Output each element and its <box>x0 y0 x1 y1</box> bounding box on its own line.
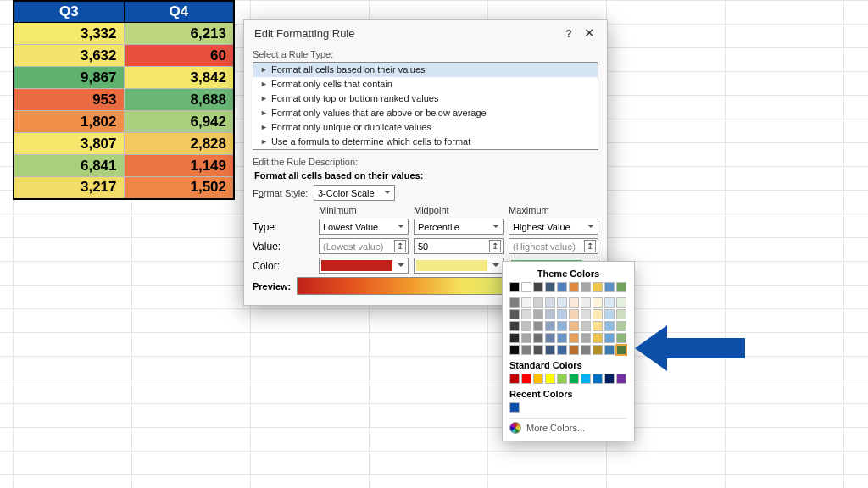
color-swatch[interactable] <box>569 309 579 319</box>
color-swatch[interactable] <box>581 374 591 384</box>
color-swatch[interactable] <box>569 297 579 308</box>
color-swatch[interactable] <box>569 345 579 355</box>
color-swatch[interactable] <box>581 321 591 331</box>
color-swatch[interactable] <box>616 297 626 308</box>
color-swatch[interactable] <box>521 309 531 319</box>
table-cell[interactable]: 3,842 <box>124 67 234 89</box>
rule-type-item[interactable]: ►Format only cells that contain <box>253 77 598 92</box>
color-swatch[interactable] <box>616 333 626 343</box>
color-swatch[interactable] <box>545 345 555 355</box>
color-swatch[interactable] <box>521 282 531 292</box>
color-swatch[interactable] <box>545 282 555 292</box>
color-swatch[interactable] <box>557 321 567 331</box>
color-swatch[interactable] <box>593 374 603 384</box>
color-swatch[interactable] <box>557 297 567 308</box>
color-swatch[interactable] <box>533 333 543 343</box>
color-swatch[interactable] <box>581 297 591 308</box>
color-swatch[interactable] <box>604 345 615 355</box>
color-swatch[interactable] <box>569 282 579 292</box>
color-swatch[interactable] <box>509 374 520 384</box>
color-swatch[interactable] <box>533 297 543 308</box>
type-select-max[interactable]: Highest Value <box>509 219 598 235</box>
color-swatch[interactable] <box>604 374 615 384</box>
table-cell[interactable]: 6,942 <box>124 111 234 133</box>
color-swatch[interactable] <box>593 333 603 343</box>
table-cell[interactable]: 1,149 <box>124 155 234 177</box>
color-swatch[interactable] <box>545 374 555 384</box>
color-swatch[interactable] <box>616 374 626 384</box>
color-swatch[interactable] <box>533 309 543 319</box>
rule-type-item[interactable]: ►Format only unique or duplicate values <box>253 120 598 135</box>
color-swatch[interactable] <box>557 282 567 292</box>
format-style-select[interactable]: 3-Color Scale <box>314 185 395 201</box>
color-swatch[interactable] <box>509 345 520 355</box>
color-swatch[interactable] <box>604 321 615 331</box>
table-cell[interactable]: 953 <box>14 89 124 111</box>
color-swatch[interactable] <box>593 282 603 292</box>
color-swatch[interactable] <box>545 309 555 319</box>
color-swatch[interactable] <box>581 309 591 319</box>
color-swatch[interactable] <box>533 374 543 384</box>
table-cell[interactable]: 8,688 <box>124 89 234 111</box>
table-cell[interactable]: 60 <box>124 45 234 67</box>
color-swatch[interactable] <box>616 345 626 355</box>
color-swatch[interactable] <box>604 282 615 292</box>
color-swatch[interactable] <box>593 321 603 331</box>
table-cell[interactable]: 1,502 <box>124 177 234 199</box>
type-select-min[interactable]: Lowest Value <box>319 219 409 235</box>
table-cell[interactable]: 1,802 <box>14 111 124 133</box>
color-swatch[interactable] <box>593 345 603 355</box>
color-swatch[interactable] <box>509 402 520 413</box>
value-input-max[interactable]: (Highest value)↥ <box>509 238 598 254</box>
color-swatch[interactable] <box>521 333 531 343</box>
table-cell[interactable]: 2,828 <box>124 133 234 155</box>
color-swatch[interactable] <box>604 309 615 319</box>
range-picker-icon[interactable]: ↥ <box>489 240 501 252</box>
color-swatch[interactable] <box>521 321 531 331</box>
table-cell[interactable]: 9,867 <box>14 67 124 89</box>
color-swatch[interactable] <box>509 321 520 331</box>
rule-type-item[interactable]: ►Use a formula to determine which cells … <box>253 135 598 149</box>
table-cell[interactable]: 3,807 <box>14 133 124 155</box>
close-button[interactable]: ✕ <box>579 25 600 41</box>
range-picker-icon[interactable]: ↥ <box>584 240 596 252</box>
color-swatch[interactable] <box>533 282 543 292</box>
color-swatch[interactable] <box>557 333 567 343</box>
rule-type-list[interactable]: ►Format all cells based on their values►… <box>253 62 598 150</box>
color-swatch[interactable] <box>521 345 531 355</box>
color-swatch[interactable] <box>557 374 567 384</box>
help-button[interactable]: ? <box>559 27 579 40</box>
color-swatch[interactable] <box>545 333 555 343</box>
color-swatch[interactable] <box>533 321 543 331</box>
color-swatch[interactable] <box>569 374 579 384</box>
color-swatch[interactable] <box>557 345 567 355</box>
color-swatch[interactable] <box>533 345 543 355</box>
value-input-min[interactable]: (Lowest value)↥ <box>319 238 409 254</box>
color-swatch[interactable] <box>545 297 555 308</box>
rule-type-item[interactable]: ►Format only top or bottom ranked values <box>253 92 598 106</box>
color-swatch[interactable] <box>593 309 603 319</box>
color-swatch[interactable] <box>569 321 579 331</box>
color-swatch[interactable] <box>581 333 591 343</box>
value-input-mid[interactable]: 50↥ <box>414 238 504 254</box>
color-swatch[interactable] <box>509 297 520 308</box>
color-swatch[interactable] <box>616 282 626 292</box>
color-swatch[interactable] <box>521 374 531 384</box>
table-cell[interactable]: 3,217 <box>14 177 124 199</box>
color-swatch[interactable] <box>521 297 531 308</box>
color-swatch[interactable] <box>581 345 591 355</box>
table-cell[interactable]: 6,841 <box>14 155 124 177</box>
more-colors-button[interactable]: More Colors... <box>509 418 627 434</box>
color-swatch[interactable] <box>581 282 591 292</box>
color-swatch[interactable] <box>593 297 603 308</box>
table-cell[interactable]: 3,332 <box>14 23 124 45</box>
color-swatch[interactable] <box>545 321 555 331</box>
rule-type-item[interactable]: ►Format all cells based on their values <box>253 63 598 77</box>
rule-type-item[interactable]: ►Format only values that are above or be… <box>253 106 598 120</box>
range-picker-icon[interactable]: ↥ <box>394 240 406 252</box>
color-select-min[interactable] <box>319 258 409 274</box>
color-swatch[interactable] <box>604 297 615 308</box>
color-swatch[interactable] <box>604 333 615 343</box>
type-select-mid[interactable]: Percentile <box>414 219 504 235</box>
color-swatch[interactable] <box>509 282 520 292</box>
